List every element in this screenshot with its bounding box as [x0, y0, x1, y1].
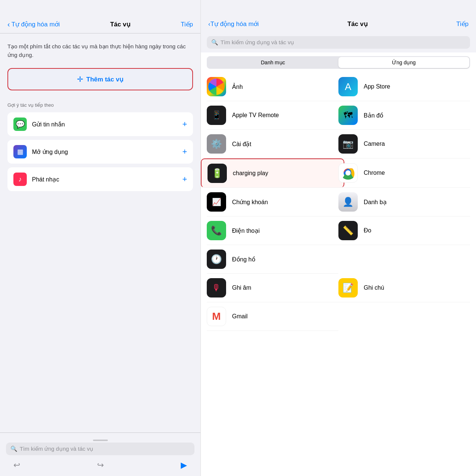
scroll-handle	[93, 440, 108, 441]
add-action-button[interactable]: ✛ Thêm tác vụ	[7, 68, 193, 90]
app-row-contacts[interactable]: 👤 Danh bạ	[338, 188, 470, 216]
add-action-label: Thêm tác vụ	[86, 75, 123, 83]
settings-app-name: Cài đặt	[232, 141, 251, 148]
settings-app-icon: ⚙️	[207, 134, 226, 154]
left-bottom-area: 🔍 Tìm kiếm ứng dụng và tác vụ ↩ ↪ ▶	[0, 432, 200, 476]
right-search-icon: 🔍	[211, 39, 218, 46]
camera-app-icon: 📷	[338, 134, 358, 154]
add-shortcuts-icon[interactable]: +	[182, 147, 187, 157]
contacts-app-icon: 👤	[338, 192, 358, 212]
clock-app-name: Đồng hồ	[232, 256, 255, 263]
appstore-app-icon: A	[338, 77, 358, 96]
left-back-button[interactable]: ‹ Tự động hóa mới	[7, 20, 60, 29]
maps-app-name: Bản đồ	[364, 112, 383, 119]
add-music-icon[interactable]: +	[182, 174, 187, 184]
left-toolbar: ↩ ↪ ▶	[6, 458, 194, 472]
measure-app-icon: 📏	[338, 221, 358, 240]
notes-app-icon: 📝	[338, 278, 358, 298]
segment-apps[interactable]: Ứng dụng	[338, 57, 469, 68]
redo-button[interactable]: ↪	[97, 460, 104, 470]
notes-app-name: Ghi chú	[364, 284, 384, 291]
app-row-phone[interactable]: 📞 Điện thoại	[207, 216, 338, 245]
measure-app-name: Đo	[364, 227, 371, 234]
app-row-settings[interactable]: ⚙️ Cài đặt	[207, 130, 338, 158]
gmail-app-name: Gmail	[232, 313, 248, 320]
camera-app-name: Camera	[364, 141, 385, 147]
left-search-placeholder: Tìm kiếm ứng dụng và tác vụ	[20, 446, 93, 452]
app-list: Ảnh A App Store 📱 Apple TV Remote 🗺 Bản	[201, 73, 476, 476]
stocks-app-icon: 📈	[207, 192, 226, 212]
app-row-gmail[interactable]: M Gmail	[207, 302, 338, 331]
right-title: Tác vụ	[347, 20, 367, 28]
chrome-app-icon	[338, 163, 358, 183]
undo-button[interactable]: ↩	[13, 460, 20, 470]
gmail-app-icon: M	[207, 307, 226, 326]
left-search-bar[interactable]: 🔍 Tìm kiếm ứng dụng và tác vụ	[6, 443, 194, 455]
gmail-icon-letter: M	[212, 311, 221, 322]
left-content-area: Tạo một phím tắt cho các tác vụ mà bạn t…	[0, 33, 200, 432]
suggestion-item-messages[interactable]: 💬 Gửi tin nhắn +	[7, 112, 193, 136]
right-back-label: Tự động hóa mới	[210, 20, 259, 28]
voicememos-app-icon: 🎙	[207, 278, 226, 298]
stocks-app-name: Chứng khoán	[232, 199, 268, 206]
app-grid: Ảnh A App Store 📱 Apple TV Remote 🗺 Bản	[207, 73, 470, 331]
phone-app-name: Điện thoại	[232, 227, 260, 234]
photos-app-icon	[207, 77, 226, 96]
right-nav-bar: ‹ Tự động hóa mới Tác vụ Tiếp	[201, 0, 476, 32]
suggestion-item-music[interactable]: ♪ Phát nhạc +	[7, 167, 193, 191]
left-nav-bar: ‹ Tự động hóa mới Tác vụ Tiếp	[0, 0, 200, 33]
app-row-measure[interactable]: 📏 Đo	[338, 216, 470, 245]
voicememos-app-name: Ghi âm	[232, 284, 251, 291]
segment-control: Danh mục Ứng dụng	[207, 56, 470, 69]
app-row-notes[interactable]: 📝 Ghi chú	[338, 274, 470, 302]
music-icon: ♪	[13, 173, 27, 186]
play-button[interactable]: ▶	[181, 460, 187, 470]
search-icon: 🔍	[10, 446, 17, 452]
app-row-chrome[interactable]: Chrome	[338, 158, 470, 188]
back-chevron-icon: ‹	[7, 20, 10, 29]
plus-circle-icon: ✛	[77, 75, 83, 84]
right-search-bar[interactable]: 🔍 Tìm kiếm ứng dụng và tác vụ	[207, 36, 470, 49]
suggestions-title: Gợi ý tác vụ tiếp theo	[7, 102, 193, 108]
chrome-svg-icon	[340, 165, 356, 181]
app-row-appletvremote[interactable]: 📱 Apple TV Remote	[207, 101, 338, 130]
app-row-clock[interactable]: 🕐 Đồng hồ	[207, 245, 338, 274]
chrome-app-name: Chrome	[364, 170, 385, 176]
appletvremote-app-name: Apple TV Remote	[232, 112, 279, 119]
suggestion-label-music: Phát nhạc	[32, 176, 182, 183]
appletvremote-app-icon: 📱	[207, 106, 226, 125]
maps-app-icon: 🗺	[338, 106, 358, 125]
app-row-camera[interactable]: 📷 Camera	[338, 130, 470, 158]
clock-app-icon: 🕐	[207, 250, 226, 269]
description-text: Tạo một phím tắt cho các tác vụ mà bạn t…	[7, 42, 193, 59]
right-back-button[interactable]: ‹ Tự động hóa mới	[208, 20, 259, 28]
suggestion-item-shortcuts[interactable]: ▦ Mở ứng dụng +	[7, 140, 193, 164]
app-row-maps[interactable]: 🗺 Bản đồ	[338, 101, 470, 130]
svg-point-2	[345, 170, 351, 176]
add-messages-icon[interactable]: +	[182, 119, 187, 129]
segment-category[interactable]: Danh mục	[208, 57, 338, 68]
shortcuts-icon: ▦	[13, 145, 27, 158]
contacts-app-name: Danh bạ	[364, 199, 387, 206]
left-next-button[interactable]: Tiếp	[181, 20, 193, 28]
app-row-stocks[interactable]: 📈 Chứng khoán	[207, 188, 338, 216]
chargingplay-app-name: charging play	[233, 170, 268, 177]
appstore-app-name: App Store	[364, 83, 390, 90]
app-row-appstore[interactable]: A App Store	[338, 73, 470, 101]
app-row-chargingplay[interactable]: 🔋 charging play	[201, 158, 344, 188]
app-row-photos[interactable]: Ảnh	[207, 73, 338, 101]
suggestion-label-shortcuts: Mở ứng dụng	[32, 148, 182, 155]
right-search-placeholder: Tìm kiếm ứng dụng và tác vụ	[221, 39, 294, 46]
appstore-icon-letter: A	[345, 81, 351, 93]
phone-app-icon: 📞	[207, 221, 226, 240]
right-panel: ‹ Tự động hóa mới Tác vụ Tiếp 🔍 Tìm kiếm…	[201, 0, 476, 476]
right-search-area: 🔍 Tìm kiếm ứng dụng và tác vụ	[201, 32, 476, 52]
right-next-button[interactable]: Tiếp	[456, 20, 469, 28]
left-panel: ‹ Tự động hóa mới Tác vụ Tiếp Tạo một ph…	[0, 0, 201, 476]
photos-app-name: Ảnh	[232, 83, 243, 90]
messages-icon: 💬	[13, 118, 27, 131]
app-row-voicememos[interactable]: 🎙 Ghi âm	[207, 274, 338, 302]
suggestion-label-messages: Gửi tin nhắn	[32, 121, 182, 128]
left-title: Tác vụ	[110, 20, 130, 28]
left-back-label: Tự động hóa mới	[12, 20, 60, 28]
